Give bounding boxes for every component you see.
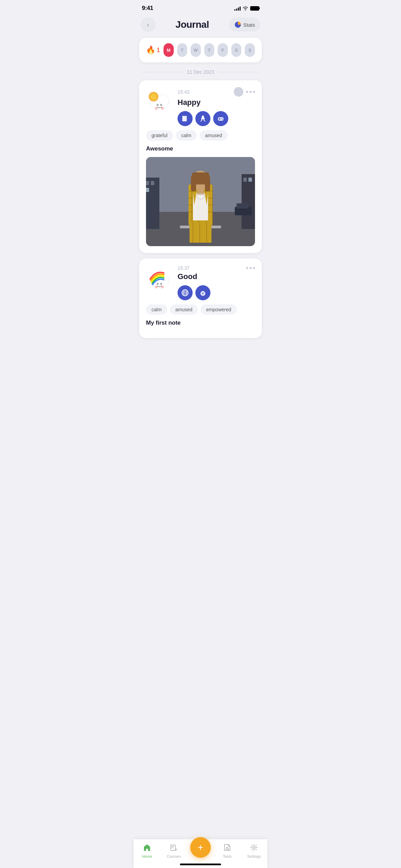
mood-tags-1: grateful calm amused xyxy=(146,130,255,141)
streak-indicator: 🔥 1 xyxy=(146,46,160,55)
status-icons xyxy=(234,5,259,11)
wifi-icon xyxy=(243,5,248,11)
mood-illustration-good xyxy=(146,265,173,292)
svg-point-70 xyxy=(200,291,205,296)
entry-top-row-2: 15:37 xyxy=(178,265,255,271)
svg-point-18 xyxy=(222,119,223,120)
back-button[interactable]: ‹ xyxy=(141,17,156,32)
svg-rect-48 xyxy=(205,176,210,191)
entry-top-row-1: 15:43 xyxy=(178,87,255,97)
svg-point-61 xyxy=(157,283,159,285)
svg-rect-47 xyxy=(191,176,196,191)
tag-calm: calm xyxy=(176,130,197,141)
entry-mood-title-2: Good xyxy=(178,272,255,281)
svg-point-17 xyxy=(221,118,222,119)
svg-point-72 xyxy=(203,292,204,293)
svg-rect-28 xyxy=(243,178,247,182)
date-text: 11 Dec 2023 xyxy=(187,69,214,75)
tag-grateful: grateful xyxy=(146,130,173,141)
dot-1 xyxy=(246,91,248,93)
stats-pie-icon xyxy=(234,21,241,28)
activity-book[interactable] xyxy=(178,111,193,126)
signal-icon xyxy=(234,6,241,11)
tag-amused: amused xyxy=(199,130,228,141)
activity-globe[interactable] xyxy=(178,285,193,300)
dot-5 xyxy=(250,267,252,269)
svg-rect-23 xyxy=(146,181,149,185)
svg-point-9 xyxy=(155,107,158,110)
date-line-right xyxy=(218,72,259,72)
date-line-left xyxy=(142,72,183,72)
entry-image-1 xyxy=(146,157,255,246)
svg-point-7 xyxy=(157,104,159,106)
mood-illustration-happy xyxy=(146,87,173,114)
svg-rect-29 xyxy=(248,178,252,182)
entry-details-1: 15:43 Happy xyxy=(178,87,255,130)
stats-label: Stats xyxy=(243,22,255,28)
svg-rect-12 xyxy=(182,116,183,121)
entry-menu-dots-1[interactable] xyxy=(246,91,255,93)
tag-calm-2: calm xyxy=(146,304,167,315)
svg-point-64 xyxy=(161,286,164,288)
entry-header-2: 15:37 Good xyxy=(146,265,255,304)
entry-menu-dots-2[interactable] xyxy=(246,267,255,269)
tag-amused-2: amused xyxy=(170,304,198,315)
day-tuesday[interactable]: T xyxy=(177,43,187,57)
svg-rect-27 xyxy=(242,174,255,229)
entry-card-1[interactable]: 15:43 Happy xyxy=(139,80,262,253)
svg-rect-34 xyxy=(236,203,248,208)
svg-point-8 xyxy=(160,104,162,106)
header: ‹ Journal Stats xyxy=(134,14,267,38)
date-separator: 11 Dec 2023 xyxy=(142,69,259,75)
activity-icons-1 xyxy=(178,111,255,126)
back-arrow-icon: ‹ xyxy=(147,21,149,28)
streak-count: 1 xyxy=(157,47,160,54)
status-time: 9:41 xyxy=(142,5,153,12)
svg-point-6 xyxy=(150,93,157,100)
stats-button[interactable]: Stats xyxy=(229,18,260,32)
entry-meta-right-1 xyxy=(234,87,255,97)
day-thursday[interactable]: T xyxy=(204,43,215,57)
svg-point-10 xyxy=(161,107,164,110)
entry-note-2: My first note xyxy=(146,320,255,326)
day-monday[interactable]: M xyxy=(163,43,174,57)
activity-food[interactable] xyxy=(195,285,210,300)
streak-row: 🔥 1 M T W T F S S xyxy=(139,38,262,62)
svg-rect-24 xyxy=(151,181,154,185)
day-saturday[interactable]: S xyxy=(231,43,242,57)
day-friday[interactable]: F xyxy=(218,43,228,57)
battery-icon xyxy=(250,6,259,11)
tag-empowered: empowered xyxy=(200,304,236,315)
activity-icons-2 xyxy=(178,285,255,300)
svg-rect-21 xyxy=(146,178,159,229)
svg-rect-26 xyxy=(146,188,149,192)
entry-header-1: 15:43 Happy xyxy=(146,87,255,130)
entry-card-2[interactable]: 15:37 Good xyxy=(139,258,262,338)
mood-tags-2: calm amused empowered xyxy=(146,304,255,315)
svg-point-71 xyxy=(202,293,203,294)
svg-point-63 xyxy=(155,286,158,288)
svg-point-73 xyxy=(203,294,204,295)
entry-details-2: 15:37 Good xyxy=(178,265,255,304)
dot-4 xyxy=(246,267,248,269)
day-wednesday[interactable]: W xyxy=(191,43,201,57)
activity-exercise[interactable] xyxy=(195,111,210,126)
svg-point-4 xyxy=(153,100,166,110)
status-bar: 9:41 xyxy=(134,0,267,14)
dot-6 xyxy=(253,267,255,269)
dot-2 xyxy=(250,91,252,93)
page-title: Journal xyxy=(175,19,209,30)
svg-rect-11 xyxy=(183,116,187,121)
dot-3 xyxy=(253,91,255,93)
entry-mood-title-1: Happy xyxy=(178,98,255,107)
entry-time-2: 15:37 xyxy=(178,265,190,271)
flame-icon: 🔥 xyxy=(146,46,155,55)
day-sunday[interactable]: S xyxy=(245,43,255,57)
entry-note-1: Awesome xyxy=(146,145,255,152)
entry-color-indicator-1 xyxy=(234,87,243,97)
entry-time-1: 15:43 xyxy=(178,89,190,95)
activity-gaming[interactable] xyxy=(213,111,228,126)
svg-point-62 xyxy=(160,283,162,285)
